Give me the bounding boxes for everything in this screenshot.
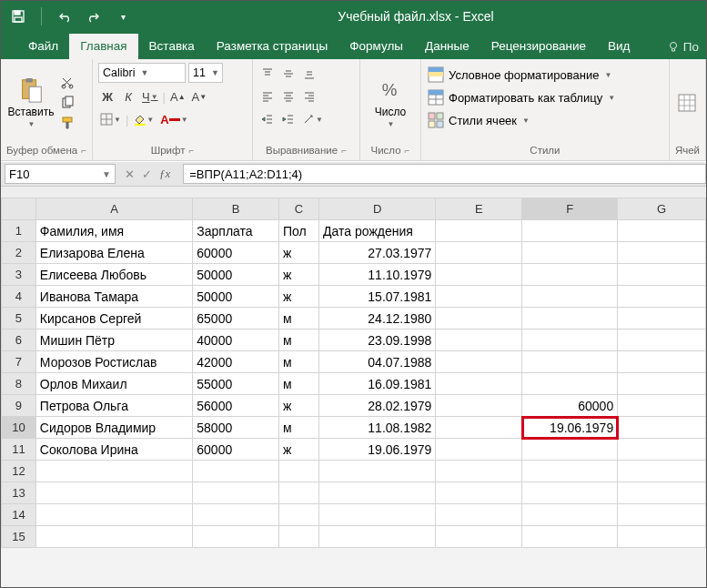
cell[interactable]: ж <box>278 242 318 264</box>
cell[interactable] <box>278 461 318 482</box>
cell[interactable]: Мишин Пётр <box>35 329 192 351</box>
cell[interactable]: 50000 <box>193 286 279 308</box>
undo-icon[interactable] <box>55 6 75 26</box>
name-box[interactable]: F10▼ <box>5 164 116 184</box>
cell[interactable]: м <box>278 373 318 395</box>
worksheet[interactable]: ABCDEFG1Фамилия, имяЗарплатаПолДата рожд… <box>1 198 706 548</box>
cell[interactable]: Иванова Тамара <box>35 286 192 308</box>
column-header-E[interactable]: E <box>436 198 522 220</box>
cell[interactable]: 19.06.1979 <box>319 439 436 461</box>
cell[interactable]: 58000 <box>193 417 279 439</box>
cell[interactable] <box>522 308 618 329</box>
fill-color-icon[interactable]: ▼ <box>131 110 156 128</box>
cell[interactable]: Петрова Ольга <box>35 395 192 417</box>
cell[interactable]: ж <box>278 439 318 461</box>
cell[interactable] <box>618 504 706 526</box>
cell[interactable] <box>618 351 706 373</box>
tab-review[interactable]: Рецензирование <box>480 34 597 59</box>
cell[interactable]: Зарплата <box>193 220 279 242</box>
cell[interactable]: 56000 <box>193 395 279 417</box>
cell[interactable] <box>278 526 318 548</box>
decrease-indent-icon[interactable] <box>258 110 277 128</box>
save-icon[interactable] <box>8 6 28 26</box>
cell[interactable]: 24.12.1980 <box>319 308 436 329</box>
italic-button[interactable]: К <box>119 87 137 106</box>
cell[interactable]: Фамилия, имя <box>35 220 192 242</box>
cell[interactable] <box>278 504 318 526</box>
cell[interactable] <box>436 242 522 264</box>
formula-input[interactable]: =ВПР(A11;A2:D11;4) <box>183 164 706 184</box>
select-all-corner[interactable] <box>2 198 36 220</box>
cell[interactable] <box>319 461 436 482</box>
cell[interactable] <box>436 439 522 461</box>
cell[interactable]: 11.08.1982 <box>319 417 436 439</box>
format-as-table-button[interactable]: Форматировать как таблицу▼ <box>427 87 663 107</box>
cell[interactable] <box>278 482 318 504</box>
font-name-combo[interactable]: Calibri▼ <box>98 63 186 83</box>
row-header[interactable]: 1 <box>2 220 36 242</box>
cell[interactable] <box>193 461 279 482</box>
cell[interactable] <box>436 351 522 373</box>
cell[interactable] <box>193 482 279 504</box>
cell[interactable] <box>522 439 618 461</box>
column-header-C[interactable]: C <box>278 198 318 220</box>
cell[interactable] <box>35 461 192 482</box>
orientation-icon[interactable]: ▼ <box>300 110 325 128</box>
align-bottom-icon[interactable] <box>300 65 318 83</box>
cell[interactable] <box>618 308 706 329</box>
column-header-B[interactable]: B <box>193 198 279 220</box>
cell[interactable]: 40000 <box>193 329 279 351</box>
cell[interactable] <box>436 395 522 417</box>
align-left-icon[interactable] <box>258 87 277 106</box>
cell[interactable] <box>319 526 436 548</box>
row-header[interactable]: 6 <box>2 329 36 351</box>
cell[interactable]: 04.07.1988 <box>319 351 436 373</box>
align-top-icon[interactable] <box>258 65 277 83</box>
cell[interactable]: 55000 <box>193 373 279 395</box>
cell[interactable] <box>618 220 706 242</box>
cell[interactable] <box>436 482 522 504</box>
cell[interactable]: 15.07.1981 <box>319 286 436 308</box>
tab-insert[interactable]: Вставка <box>138 34 206 59</box>
cell[interactable] <box>618 417 706 439</box>
cell[interactable] <box>436 308 522 329</box>
cell[interactable] <box>618 242 706 264</box>
cell[interactable] <box>436 526 522 548</box>
align-center-icon[interactable] <box>279 87 298 106</box>
cell[interactable] <box>35 482 192 504</box>
row-header[interactable]: 12 <box>2 461 36 482</box>
cell[interactable]: ж <box>278 395 318 417</box>
cell[interactable]: 60000 <box>522 395 618 417</box>
tab-view[interactable]: Вид <box>597 34 641 59</box>
underline-button[interactable]: Ч▼ <box>140 87 160 106</box>
decrease-font-icon[interactable]: A▼ <box>190 87 209 106</box>
enter-formula-icon[interactable]: ✓ <box>142 167 152 181</box>
cell[interactable]: Елизарова Елена <box>35 242 192 264</box>
row-header[interactable]: 8 <box>2 373 36 395</box>
cell[interactable] <box>436 504 522 526</box>
cell[interactable]: Кирсанов Сергей <box>35 308 192 329</box>
cell[interactable] <box>522 220 618 242</box>
cell[interactable]: 42000 <box>193 351 279 373</box>
row-header[interactable]: 11 <box>2 439 36 461</box>
row-header[interactable]: 4 <box>2 286 36 308</box>
cell[interactable]: Елисеева Любовь <box>35 264 192 286</box>
font-color-icon[interactable]: A▼ <box>158 110 189 128</box>
cell[interactable] <box>618 395 706 417</box>
row-header[interactable]: 9 <box>2 395 36 417</box>
fx-icon[interactable]: ƒx <box>159 167 170 181</box>
tab-home[interactable]: Главная <box>69 34 137 59</box>
align-launcher-icon[interactable]: ⌐ <box>341 146 347 156</box>
number-format-button[interactable]: % Число ▼ <box>366 76 415 128</box>
cell[interactable] <box>618 461 706 482</box>
increase-indent-icon[interactable] <box>279 110 298 128</box>
bold-button[interactable]: Ж <box>98 87 116 106</box>
cell[interactable]: Дата рождения <box>319 220 436 242</box>
cell[interactable] <box>522 351 618 373</box>
cell[interactable] <box>436 417 522 439</box>
row-header[interactable]: 10 <box>2 417 36 439</box>
cell[interactable]: 50000 <box>193 264 279 286</box>
cell[interactable] <box>522 329 618 351</box>
cell[interactable] <box>522 461 618 482</box>
align-right-icon[interactable] <box>300 87 318 106</box>
